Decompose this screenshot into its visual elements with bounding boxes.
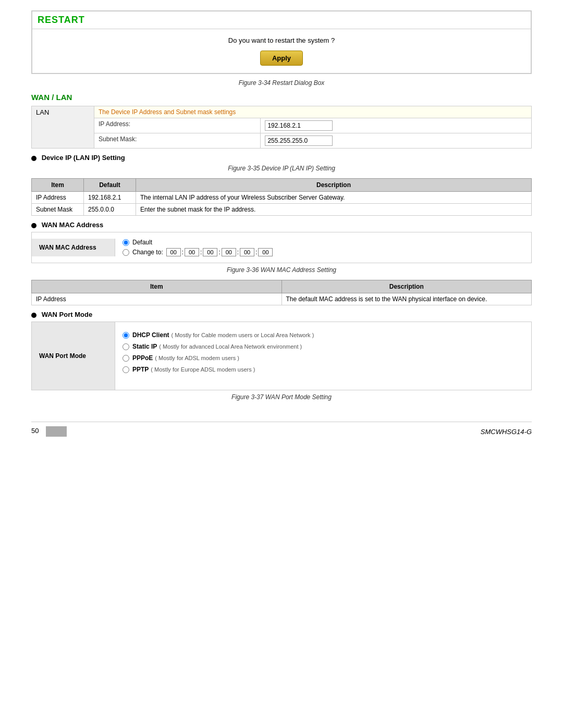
ip-input[interactable]: [265, 120, 333, 131]
wan-port-option-label-0: DHCP Client: [132, 331, 169, 339]
wan-mac-default-label: Default: [132, 239, 152, 246]
wan-port-option-label-3: PPTP: [132, 366, 149, 373]
subnet-label: Subnet Mask:: [94, 133, 261, 149]
row-default: 255.0.0.0: [84, 204, 136, 216]
wan-port-section: WAN Port Mode: [31, 311, 532, 318]
mac-field-5[interactable]: [240, 248, 254, 256]
wan-mac-table: Item Description IP Address The default …: [31, 280, 532, 305]
model-number: SMCWHSG14-G: [481, 428, 532, 436]
wan-port-radio-0[interactable]: [123, 332, 129, 339]
wan-mac-label: WAN MAC Address: [32, 239, 115, 256]
restart-question: Do you want to restart the system ?: [40, 36, 523, 44]
restart-body: Do you want to restart the system ? Appl…: [32, 29, 531, 73]
row-description: Enter the subnet mask for the IP address…: [136, 204, 532, 216]
mac-sep-3: :: [218, 249, 220, 256]
wan-mac-options: Default Change to: : : : : :: [115, 232, 531, 263]
col-default: Default: [84, 179, 136, 192]
footer: 50 SMCWHSG14-G: [31, 422, 532, 437]
wan-port-radio-2[interactable]: [123, 355, 129, 362]
wan-port-option-1: Static IP ( Mostly for advanced Local Ar…: [123, 343, 524, 350]
device-ip-caption: Figure 3-35 Device IP (LAN IP) Setting: [31, 165, 532, 172]
wan-mac-change-radio[interactable]: [123, 249, 129, 256]
wan-port-option-label-1: Static IP: [132, 343, 157, 350]
wan-mac-heading: WAN MAC Address: [42, 221, 104, 229]
wan-mac-default-row: Default: [123, 239, 524, 246]
wan-port-options: DHCP Client ( Mostly for Cable modem use…: [115, 322, 531, 382]
wan-port-heading: WAN Port Mode: [42, 311, 93, 318]
bullet-icon-2: [31, 223, 36, 228]
mac-inputs: : : : : :: [166, 248, 273, 256]
wan-port-option-2: PPPoE ( Mostly for ADSL modem users ): [123, 354, 524, 362]
mac-sep-2: :: [200, 249, 202, 256]
table-row: IP Address The default MAC address is se…: [32, 293, 532, 305]
ip-value-cell: [261, 118, 532, 133]
wan-port-option-0: DHCP Client ( Mostly for Cable modem use…: [123, 331, 524, 339]
subnet-value-cell: [261, 133, 532, 149]
lan-header: The Device IP Address and Subnet mask se…: [94, 106, 532, 118]
wan-port-option-desc-1: ( Mostly for advanced Local Area Network…: [159, 343, 302, 350]
wan-lan-title: WAN / LAN: [31, 93, 532, 102]
row-item: IP Address: [32, 192, 84, 204]
wan-mac-change-row: Change to: : : : : :: [123, 248, 524, 256]
device-ip-section: Device IP (LAN IP) Setting: [31, 154, 532, 162]
device-ip-table: Item Default Description IP Address 192.…: [31, 178, 532, 216]
wan-port-caption: Figure 3-37 WAN Port Mode Setting: [31, 393, 532, 401]
row-description: The default MAC address is set to the WA…: [282, 293, 532, 305]
wan-port-radio-1[interactable]: [123, 343, 129, 350]
mac-sep-4: :: [237, 249, 239, 256]
page-number-area: 50: [31, 426, 67, 437]
wan-port-option-3: PPTP ( Mostly for Europe ADSL modem user…: [123, 366, 524, 373]
mac-field-6[interactable]: [258, 248, 273, 256]
bullet-icon: [31, 156, 36, 161]
wan-port-option-desc-2: ( Mostly for ADSL modem users ): [155, 355, 239, 361]
wan-port-box: WAN Port Mode DHCP Client ( Mostly for C…: [31, 322, 532, 390]
mac-sep-1: :: [182, 249, 183, 256]
bullet-icon-3: [31, 313, 36, 318]
wan-mac-box: WAN MAC Address Default Change to: : : :…: [31, 232, 532, 263]
table-row: Subnet Mask 255.0.0.0 Enter the subnet m…: [32, 204, 532, 216]
wan-mac-section: WAN MAC Address: [31, 221, 532, 229]
wan-mac-caption: Figure 3-36 WAN MAC Address Setting: [31, 266, 532, 274]
wan-port-inner: WAN Port Mode DHCP Client ( Mostly for C…: [32, 322, 531, 390]
lan-label: LAN: [32, 106, 94, 149]
wan-port-option-label-2: PPPoE: [132, 354, 153, 362]
wan-mac-col-description: Description: [282, 280, 532, 293]
wan-port-option-desc-3: ( Mostly for Europe ADSL modem users ): [151, 366, 255, 373]
col-item: Item: [32, 179, 84, 192]
page-number: 50: [31, 427, 39, 435]
apply-button[interactable]: Apply: [260, 51, 303, 66]
wan-mac-inner: WAN MAC Address Default Change to: : : :…: [32, 232, 531, 263]
wan-mac-change-label: Change to:: [132, 249, 163, 256]
row-item: IP Address: [32, 293, 282, 305]
restart-title: RESTART: [32, 11, 531, 29]
table-row: IP Address 192.168.2.1 The internal LAN …: [32, 192, 532, 204]
row-description: The internal LAN IP address of your Wire…: [136, 192, 532, 204]
lan-table: LAN The Device IP Address and Subnet mas…: [31, 106, 532, 149]
ip-label: IP Address:: [94, 118, 261, 133]
wan-port-option-desc-0: ( Mostly for Cable modem users or Local …: [171, 332, 314, 338]
wan-mac-default-radio[interactable]: [123, 239, 129, 246]
mac-field-4[interactable]: [222, 248, 236, 256]
wan-mac-col-item: Item: [32, 280, 282, 293]
restart-caption: Figure 3-34 Restart Dialog Box: [31, 79, 532, 87]
row-item: Subnet Mask: [32, 204, 84, 216]
device-ip-heading: Device IP (LAN IP) Setting: [42, 154, 125, 162]
subnet-input[interactable]: [265, 135, 333, 146]
wan-port-radio-3[interactable]: [123, 366, 129, 373]
col-description: Description: [136, 179, 532, 192]
restart-dialog: RESTART Do you want to restart the syste…: [31, 10, 532, 74]
wan-port-label: WAN Port Mode: [32, 322, 115, 390]
mac-sep-5: :: [255, 249, 257, 256]
page-rect: [46, 426, 67, 437]
mac-field-1[interactable]: [166, 248, 181, 256]
mac-field-3[interactable]: [203, 248, 217, 256]
mac-field-2[interactable]: [185, 248, 199, 256]
row-default: 192.168.2.1: [84, 192, 136, 204]
